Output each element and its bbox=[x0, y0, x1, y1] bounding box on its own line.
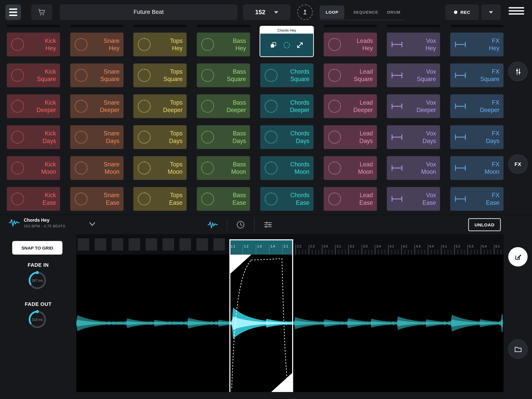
waveform-icon bbox=[9, 218, 20, 228]
menu-button[interactable] bbox=[6, 5, 21, 20]
pad-snare-square[interactable]: SnareSquare bbox=[70, 64, 124, 87]
edit-button[interactable] bbox=[508, 247, 527, 266]
fade-out-knob[interactable]: 318 ms bbox=[27, 309, 48, 330]
fade-in-knob[interactable]: 367 ms bbox=[27, 270, 48, 291]
pad-bass-square[interactable]: BassSquare bbox=[197, 64, 250, 87]
pad-fx-deeper[interactable]: FXDeeper bbox=[450, 94, 504, 118]
pad-vox-hey[interactable]: VoxHey bbox=[387, 32, 440, 56]
pad-bass-moon[interactable]: BassMoon bbox=[197, 156, 250, 180]
loop-circle-icon bbox=[11, 100, 24, 113]
sample-length-icon bbox=[391, 196, 403, 202]
pad-lead-moon[interactable]: LeadMoon bbox=[324, 156, 377, 180]
pad-bass-ease[interactable]: BassEase bbox=[197, 187, 250, 211]
expand-chevron-icon[interactable] bbox=[89, 222, 96, 226]
pad-snare-ease[interactable]: SnareEase bbox=[70, 187, 124, 211]
pad-kick-deeper[interactable]: KickDeeper bbox=[7, 94, 60, 118]
pad-snare-moon[interactable]: SnareMoon bbox=[70, 156, 124, 180]
pad-vox-ease[interactable]: VoxEase bbox=[387, 187, 440, 211]
column-progress-bar bbox=[387, 25, 440, 27]
tab-sequence[interactable]: SEQUENCE bbox=[353, 10, 378, 14]
fade-out-value: 318 ms bbox=[27, 318, 48, 322]
slice-arrow-icon[interactable] bbox=[296, 41, 304, 49]
pad-fx-moon[interactable]: FXMoon bbox=[450, 156, 504, 180]
pad-tops-ease[interactable]: TopsEase bbox=[133, 187, 187, 211]
cart-icon bbox=[37, 8, 46, 17]
sample-length-icon bbox=[391, 134, 403, 141]
pad-label: KickDeeper bbox=[36, 99, 56, 114]
pad-label: BassHey bbox=[233, 37, 246, 52]
loop-circle-icon bbox=[265, 193, 278, 205]
pad-label: VoxEase bbox=[422, 191, 436, 206]
column-fx: FXHeyFXSquareFXDeeperFXDaysFXMoonFXEase bbox=[450, 25, 504, 218]
pad-lead-ease[interactable]: LeadEase bbox=[324, 187, 377, 211]
fx-button[interactable]: FX bbox=[508, 154, 527, 174]
pad-label: BassEase bbox=[233, 191, 246, 206]
pad-fx-ease[interactable]: FXEase bbox=[450, 187, 504, 211]
pad-chords-deeper[interactable]: ChordsDeeper bbox=[260, 94, 314, 118]
pad-bass-deeper[interactable]: BassDeeper bbox=[197, 94, 250, 118]
pad-label: LeadDays bbox=[359, 129, 373, 145]
pad-bass-days[interactable]: BassDays bbox=[197, 125, 250, 149]
pad-tops-days[interactable]: TopsDays bbox=[133, 125, 187, 149]
pad-tops-hey[interactable]: TopsHey bbox=[133, 32, 187, 56]
pad-lead-square[interactable]: LeadSquare bbox=[324, 64, 377, 87]
tab-loop[interactable]: LOOP bbox=[320, 5, 344, 19]
pad-tops-square[interactable]: TopsSquare bbox=[133, 64, 187, 87]
mixer-handle-button[interactable] bbox=[509, 7, 524, 15]
waveform-editor[interactable]: 1.11.21.31.42.12.22.32.43.13.23.33.44.14… bbox=[76, 234, 504, 392]
pad-lead-days[interactable]: LeadDays bbox=[324, 125, 377, 149]
pad-tops-deeper[interactable]: TopsDeeper bbox=[133, 94, 187, 118]
pad-fx-square[interactable]: FXSquare bbox=[450, 64, 504, 87]
pad-kick-days[interactable]: KickDays bbox=[7, 125, 60, 149]
pad-vox-deeper[interactable]: VoxDeeper bbox=[387, 94, 440, 118]
browse-samples-button[interactable] bbox=[508, 339, 527, 359]
pad-label: VoxHey bbox=[425, 37, 436, 52]
pad-tops-moon[interactable]: TopsMoon bbox=[133, 156, 187, 180]
pad-fx-days[interactable]: FXDays bbox=[450, 125, 504, 149]
unload-button[interactable]: UNLOAD bbox=[468, 218, 501, 231]
loop-circle-icon bbox=[328, 161, 341, 174]
pad-vox-days[interactable]: VoxDays bbox=[387, 125, 440, 149]
chevron-down-icon bbox=[274, 11, 278, 13]
pad-kick-moon[interactable]: KickMoon bbox=[7, 156, 60, 180]
pad-chords-moon[interactable]: ChordsMoon bbox=[260, 156, 314, 180]
pad-kick-ease[interactable]: KickEase bbox=[7, 187, 60, 211]
tab-settings-sliders-icon[interactable] bbox=[263, 220, 273, 230]
pad-label: KickEase bbox=[43, 191, 56, 206]
tab-timing-clock-icon[interactable] bbox=[236, 220, 245, 230]
sample-summary[interactable]: Chords Hey 152 BPM - 4.75 BEATS bbox=[9, 218, 65, 228]
pad-label: TopsEase bbox=[169, 191, 183, 206]
pad-vox-square[interactable]: VoxSquare bbox=[387, 64, 440, 87]
pad-leads-hey[interactable]: LeadsHey bbox=[324, 32, 377, 56]
loop-mode-icon[interactable] bbox=[283, 41, 291, 49]
pad-chords-days[interactable]: ChordsDays bbox=[260, 125, 314, 149]
pad-chords-square[interactable]: ChordsSquare bbox=[260, 64, 314, 87]
copy-icon[interactable] bbox=[270, 41, 277, 49]
bpm-selector[interactable]: 152 bbox=[243, 5, 291, 20]
pad-fx-hey[interactable]: FXHey bbox=[450, 32, 504, 56]
pad-chords-ease[interactable]: ChordsEase bbox=[260, 187, 314, 211]
pad-snare-hey[interactable]: SnareHey bbox=[70, 32, 124, 56]
project-title[interactable]: Future Beat bbox=[60, 5, 238, 20]
metronome-button[interactable] bbox=[297, 5, 313, 20]
pad-vox-moon[interactable]: VoxMoon bbox=[387, 156, 440, 180]
mixer-button[interactable] bbox=[508, 62, 527, 81]
loop-circle-icon bbox=[138, 161, 151, 174]
pad-lead-deeper[interactable]: LeadDeeper bbox=[324, 94, 377, 118]
record-options-button[interactable] bbox=[481, 5, 501, 20]
snap-to-grid-button[interactable]: SNAP TO GRID bbox=[12, 241, 63, 255]
pad-snare-deeper[interactable]: SnareDeeper bbox=[70, 94, 124, 118]
pad-snare-days[interactable]: SnareDays bbox=[70, 125, 124, 149]
pad-kick-hey[interactable]: KickHey bbox=[7, 32, 60, 56]
pad-bass-hey[interactable]: BassHey bbox=[197, 32, 250, 56]
line-icon bbox=[509, 13, 524, 15]
pad-label: KickDays bbox=[43, 129, 56, 145]
store-cart-button[interactable] bbox=[31, 5, 52, 20]
record-button[interactable]: REC bbox=[445, 5, 479, 20]
sample-info-bar: Chords Hey 152 BPM - 4.75 BEATS bbox=[0, 214, 532, 234]
pad-kick-square[interactable]: KickSquare bbox=[7, 64, 60, 87]
loop-circle-icon bbox=[328, 131, 341, 144]
tab-drum[interactable]: DRUM bbox=[387, 10, 400, 14]
pad-label: FXHey bbox=[489, 37, 500, 52]
tab-waveform-icon[interactable] bbox=[208, 220, 218, 230]
